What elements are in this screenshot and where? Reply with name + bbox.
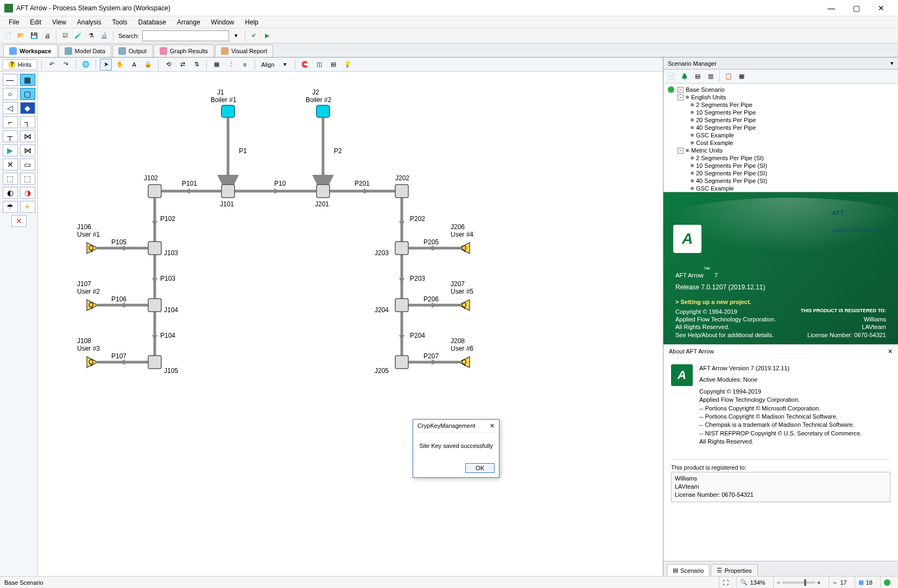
tool-x[interactable]: ✕ bbox=[11, 215, 27, 227]
lock-icon[interactable]: 🔒 bbox=[142, 59, 154, 71]
rtab-properties[interactable]: ☰Properties bbox=[711, 564, 757, 576]
tool-hx[interactable]: ⬚ bbox=[3, 173, 18, 185]
tree-item[interactable]: 2 Segments Per Pipe (SI) bbox=[696, 155, 764, 161]
menu-file[interactable]: File bbox=[3, 17, 24, 27]
rtab-scenario[interactable]: ▤Scenario bbox=[667, 564, 710, 576]
minimize-button[interactable]: — bbox=[819, 0, 844, 16]
tool-check[interactable]: ▶ bbox=[3, 144, 18, 156]
tool-pump[interactable]: ◆ bbox=[20, 102, 35, 114]
sm-new-icon[interactable]: 📄 bbox=[666, 71, 678, 83]
panel-menu-icon[interactable]: ▾ bbox=[890, 60, 894, 67]
tool-comp[interactable]: ◐ bbox=[3, 187, 18, 199]
text-icon[interactable]: A bbox=[128, 59, 140, 71]
menu-help[interactable]: Help bbox=[239, 17, 264, 27]
menu-tools[interactable]: Tools bbox=[107, 17, 133, 27]
zoom-fit-icon[interactable]: ⛶ bbox=[723, 579, 729, 586]
tool-valve[interactable]: ⋈ bbox=[20, 130, 35, 142]
menu-analysis[interactable]: Analysis bbox=[72, 17, 107, 27]
tool-icon[interactable]: 🧪 bbox=[72, 30, 84, 42]
hints-button[interactable]: Hints bbox=[2, 59, 37, 70]
magnet-icon[interactable]: 🧲 bbox=[299, 59, 311, 71]
scenario-tree[interactable]: −Base Scenario −English Units 2 Segments… bbox=[663, 84, 898, 192]
tab-model-data[interactable]: Model Data bbox=[59, 45, 111, 57]
tree-item[interactable]: Cost Example bbox=[696, 140, 733, 146]
bulb-icon[interactable]: 💡 bbox=[342, 59, 353, 71]
tree-item[interactable]: 40 Segments Per Pipe (SI) bbox=[696, 178, 767, 184]
rotate-icon[interactable]: ⟲ bbox=[162, 59, 174, 71]
maximize-button[interactable]: ▢ bbox=[844, 0, 869, 16]
align-dropdown-icon[interactable]: ▾ bbox=[279, 59, 291, 71]
ok-button[interactable]: OK bbox=[465, 463, 495, 473]
print-icon[interactable]: 🖨 bbox=[41, 30, 53, 42]
tool-elbow[interactable]: ⌐ bbox=[3, 116, 18, 128]
tab-workspace[interactable]: Workspace bbox=[3, 45, 58, 57]
tab-visual-report[interactable]: Visual Report bbox=[215, 45, 273, 57]
tree-item[interactable]: GSC Example bbox=[696, 132, 734, 138]
tool-assigned[interactable]: ◁ bbox=[3, 102, 18, 114]
check-icon[interactable]: ✔ bbox=[248, 30, 260, 42]
snap-icon[interactable]: ◫ bbox=[313, 59, 325, 71]
menu-arrange[interactable]: Arrange bbox=[172, 17, 206, 27]
lines-icon[interactable]: ≡ bbox=[239, 59, 251, 71]
sm-copy-icon[interactable]: 📋 bbox=[723, 71, 735, 83]
tool-pipe[interactable]: ― bbox=[3, 74, 18, 86]
menu-view[interactable]: View bbox=[47, 17, 72, 27]
open-icon[interactable]: 📂 bbox=[15, 30, 27, 42]
menu-database[interactable]: Database bbox=[133, 17, 172, 27]
dots-icon[interactable]: ⋮ bbox=[225, 59, 237, 71]
tool-reducer[interactable]: ▭ bbox=[20, 159, 35, 170]
checklist-icon[interactable]: ☑ bbox=[59, 30, 71, 42]
menu-window[interactable]: Window bbox=[206, 17, 240, 27]
zoom-in-icon[interactable]: + bbox=[817, 579, 820, 586]
dialog-close-icon[interactable]: ✕ bbox=[490, 422, 495, 429]
tool-icon-3[interactable]: 🔬 bbox=[98, 30, 110, 42]
hand-icon[interactable]: ✋ bbox=[114, 59, 126, 71]
tool-tank[interactable]: ▢ bbox=[20, 88, 35, 100]
tool-cross[interactable]: ✕ bbox=[3, 159, 18, 170]
swap-icon[interactable]: ⇅ bbox=[191, 59, 203, 71]
tool-elbow2[interactable]: ┐ bbox=[20, 116, 35, 128]
tree-item[interactable]: 20 Segments Per Pipe bbox=[696, 117, 756, 123]
tree-item[interactable]: GSC Example bbox=[696, 185, 734, 192]
tool-icon-2[interactable]: ⚗ bbox=[85, 30, 97, 42]
tool-spray2[interactable]: ☀ bbox=[20, 201, 35, 213]
tool-comp2[interactable]: ◑ bbox=[20, 187, 35, 199]
redo-icon[interactable]: ↷ bbox=[60, 59, 72, 71]
dropdown-icon[interactable]: ▾ bbox=[230, 30, 242, 42]
tab-output[interactable]: Output bbox=[112, 45, 153, 57]
sm-down-icon[interactable]: ▥ bbox=[705, 71, 717, 83]
grid-icon[interactable]: ▦ bbox=[211, 59, 223, 71]
tree-group[interactable]: Metric Units bbox=[691, 147, 723, 154]
tab-graph-results[interactable]: Graph Results bbox=[154, 45, 214, 57]
tool-tee[interactable]: ┬ bbox=[3, 130, 18, 142]
tool-circle[interactable]: ○ bbox=[3, 88, 18, 100]
menu-edit[interactable]: Edit bbox=[24, 17, 47, 27]
zoom-out-icon[interactable]: − bbox=[777, 579, 780, 586]
canvas[interactable]: Q Q Q Q Q Q J1 Boiler #1 J2 Boiler #2 P1… bbox=[38, 72, 663, 576]
tree-item[interactable]: 20 Segments Per Pipe (SI) bbox=[696, 170, 767, 176]
sm-grid-icon[interactable]: ▦ bbox=[736, 71, 748, 83]
save-icon[interactable]: 💾 bbox=[28, 30, 40, 42]
sm-up-icon[interactable]: ▤ bbox=[692, 71, 704, 83]
tree-item[interactable]: 40 Segments Per Pipe bbox=[696, 124, 756, 131]
tool-valve2[interactable]: ⋈ bbox=[20, 144, 35, 156]
new-icon[interactable]: 📄 bbox=[2, 30, 14, 42]
tool-grid[interactable]: ▦ bbox=[20, 74, 35, 86]
tree-item[interactable]: 10 Segments Per Pipe (SI) bbox=[696, 162, 767, 169]
search-input[interactable] bbox=[142, 30, 229, 41]
undo-icon[interactable]: ↶ bbox=[46, 59, 58, 71]
flip-icon[interactable]: ⇄ bbox=[176, 59, 188, 71]
tool-hx2[interactable]: ⬚ bbox=[20, 173, 35, 185]
tree-item[interactable]: 10 Segments Per Pipe bbox=[696, 109, 756, 116]
tree-group[interactable]: English Units bbox=[691, 94, 726, 100]
zoom-icon[interactable]: 🔍 bbox=[740, 579, 748, 586]
tree-root[interactable]: Base Scenario bbox=[686, 86, 725, 93]
globe-icon[interactable]: 🌐 bbox=[80, 59, 92, 71]
about-close-icon[interactable]: ✕ bbox=[888, 348, 893, 355]
sm-tree-icon[interactable]: 🌲 bbox=[679, 71, 691, 83]
tree-item[interactable]: 2 Segments Per Pipe bbox=[696, 102, 752, 108]
layers-icon[interactable]: ▤ bbox=[327, 59, 339, 71]
pointer-icon[interactable]: ➤ bbox=[100, 59, 112, 71]
run-icon[interactable]: ▶ bbox=[261, 30, 273, 42]
close-button[interactable]: ✕ bbox=[869, 0, 894, 16]
